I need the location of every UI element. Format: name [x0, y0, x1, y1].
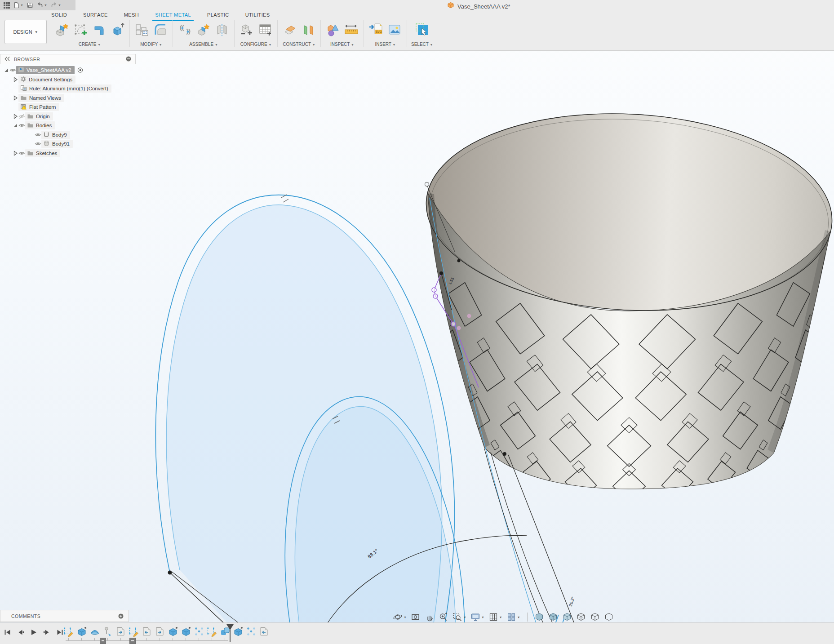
- timeline-feature-flange[interactable]: [76, 625, 88, 638]
- browser-row-body91[interactable]: Body91: [0, 139, 136, 149]
- expander-expanded-icon[interactable]: [3, 67, 9, 73]
- collapse-panel-icon[interactable]: [4, 56, 10, 62]
- timeline-feature-flange[interactable]: [232, 625, 244, 638]
- offset-plane-icon[interactable]: [300, 21, 316, 39]
- browser-row-named-views[interactable]: Named Views: [0, 93, 136, 103]
- constraint-glyph[interactable]: [433, 294, 438, 298]
- measure-icon[interactable]: [325, 21, 341, 39]
- insert-svg-icon[interactable]: SVG: [368, 21, 384, 39]
- visibility-eye-icon[interactable]: [18, 113, 25, 120]
- ribbon-group-label[interactable]: ASSEMBLE ▼: [189, 42, 218, 47]
- ribbon-group-label[interactable]: SELECT ▼: [411, 42, 433, 47]
- ribbon-group-label[interactable]: INSPECT ▼: [330, 42, 354, 47]
- timeline-feature-sketch[interactable]: [206, 625, 218, 638]
- sketch-point[interactable]: [503, 452, 506, 456]
- browser-row-origin[interactable]: Origin: [0, 112, 136, 121]
- cube-wire-icon[interactable]: [590, 612, 600, 622]
- timeline-feature-refold[interactable]: [258, 625, 270, 638]
- timeline-group-handle[interactable]: [129, 638, 136, 644]
- constraint-glyph[interactable]: [451, 322, 456, 326]
- sketch-point-open[interactable]: [425, 182, 429, 187]
- browser-header[interactable]: BROWSER: [0, 54, 136, 64]
- timeline-feature-sketch[interactable]: [63, 625, 75, 638]
- configuration-table-icon[interactable]: [257, 21, 273, 39]
- look-at-icon[interactable]: [411, 612, 421, 622]
- cube-shaded-icon[interactable]: [534, 612, 544, 622]
- ribbon-group-label[interactable]: INSERT ▼: [375, 42, 395, 47]
- step-forward-button[interactable]: [43, 629, 51, 636]
- play-button[interactable]: [30, 629, 38, 636]
- timeline-playhead[interactable]: [226, 624, 234, 642]
- ruler-icon[interactable]: [343, 21, 359, 39]
- form-modify-icon[interactable]: [134, 21, 150, 39]
- mirror-icon[interactable]: [214, 21, 230, 39]
- extrude-icon[interactable]: [109, 21, 125, 39]
- timeline-feature-sketch[interactable]: [128, 625, 140, 638]
- select-icon[interactable]: [414, 21, 430, 39]
- browser-row-label[interactable]: Rule: Aluminum (mm)(1) (Convert): [29, 86, 108, 91]
- browser-row-label[interactable]: Flat Pattern: [29, 104, 56, 110]
- timeline-group-handle[interactable]: [100, 638, 106, 644]
- pan-icon[interactable]: [425, 612, 435, 622]
- browser-row-label[interactable]: Named Views: [29, 95, 61, 101]
- browser-row-label[interactable]: Vase_SheetAAA v2: [27, 67, 71, 73]
- sketch-point[interactable]: [168, 571, 172, 575]
- constraint-point[interactable]: [457, 326, 461, 330]
- save-icon[interactable]: [27, 2, 33, 9]
- cube-shaded-2-icon[interactable]: [562, 612, 572, 622]
- expander-collapsed-icon[interactable]: [12, 113, 18, 120]
- ribbon-group-label[interactable]: MODIFY ▼: [140, 42, 162, 47]
- cube-wire-2-icon[interactable]: [604, 612, 614, 622]
- fillet-icon[interactable]: [152, 21, 169, 39]
- minimize-browser-icon[interactable]: [125, 56, 132, 63]
- browser-row-vase-sheetaaa-v2[interactable]: Vase_SheetAAA v2: [0, 66, 136, 75]
- timeline-feature-pattern[interactable]: [245, 625, 257, 638]
- add-comment-icon[interactable]: [118, 613, 124, 619]
- construction-plane-icon[interactable]: [282, 21, 298, 39]
- configuration-icon[interactable]: [239, 21, 255, 39]
- flange-icon[interactable]: [91, 21, 107, 39]
- visibility-eye-icon[interactable]: [18, 122, 25, 129]
- expander-collapsed-icon[interactable]: [12, 95, 18, 101]
- browser-row-label[interactable]: Body9: [52, 132, 67, 138]
- file-new-icon[interactable]: ▼: [13, 2, 23, 9]
- sketch-point[interactable]: [457, 259, 461, 262]
- visibility-eye-icon[interactable]: [18, 150, 25, 156]
- step-back-button[interactable]: [17, 629, 25, 636]
- visibility-eye-icon[interactable]: [35, 141, 41, 147]
- redo-icon[interactable]: ▼: [50, 2, 61, 9]
- visibility-eye-icon[interactable]: [35, 132, 41, 138]
- cube-shaded-edges-icon[interactable]: [548, 612, 558, 622]
- comments-bar[interactable]: COMMENTS: [0, 610, 129, 622]
- timeline-feature-flange[interactable]: [180, 625, 192, 638]
- vase-model[interactable]: [421, 104, 834, 527]
- ribbon-group-label[interactable]: CREATE ▼: [79, 42, 101, 47]
- new-component-icon[interactable]: [195, 21, 212, 39]
- expander-expanded-icon[interactable]: [12, 122, 18, 129]
- browser-row-label[interactable]: Sketches: [36, 151, 57, 156]
- browser-row-label[interactable]: Document Settings: [29, 77, 72, 82]
- joint-icon[interactable]: [177, 21, 193, 39]
- timeline-feature-form[interactable]: [89, 625, 101, 638]
- zoom-icon[interactable]: [439, 612, 448, 622]
- display-settings-icon[interactable]: ▼: [470, 612, 484, 622]
- viewports-icon[interactable]: ▼: [506, 612, 520, 622]
- browser-row-label[interactable]: Origin: [36, 114, 50, 119]
- browser-row-label[interactable]: Bodies: [36, 123, 52, 128]
- visibility-eye-icon[interactable]: [9, 67, 16, 73]
- timeline-feature-pattern[interactable]: [193, 625, 205, 638]
- browser-row-rule-aluminum-mm-1-convert-[interactable]: Rule: Aluminum (mm)(1) (Convert): [0, 84, 136, 93]
- expander-collapsed-icon[interactable]: [12, 76, 18, 83]
- timeline-feature-hole[interactable]: [102, 625, 114, 638]
- sketch-point[interactable]: [439, 271, 443, 275]
- undo-icon[interactable]: ▼: [36, 2, 47, 9]
- expander-collapsed-icon[interactable]: [12, 150, 18, 156]
- timeline-feature-flange[interactable]: [167, 625, 179, 638]
- dimension-label[interactable]: 20.2°: [568, 596, 575, 607]
- browser-row-body9[interactable]: Body9: [0, 130, 136, 140]
- app-grid-icon[interactable]: [4, 2, 10, 9]
- skip-to-start-button[interactable]: [4, 629, 12, 636]
- ribbon-group-label[interactable]: CONFIGURE ▼: [240, 42, 272, 47]
- workspace-switcher-button[interactable]: DESIGN ▼: [4, 20, 47, 44]
- browser-row-sketches[interactable]: Sketches: [0, 149, 136, 158]
